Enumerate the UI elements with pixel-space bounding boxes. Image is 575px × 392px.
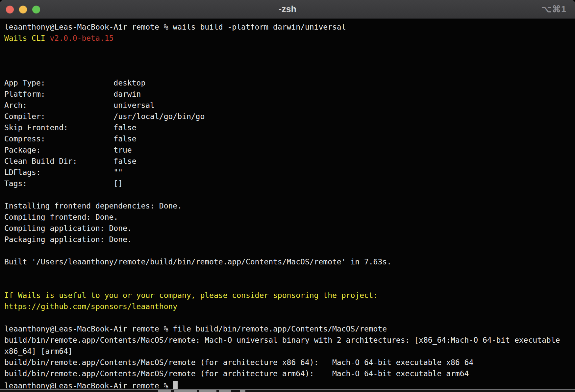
terminal-line: Compiler: /usr/local/go/bin/go <box>4 111 575 122</box>
terminal-line: Compress: false <box>4 133 575 144</box>
title-bar[interactable]: -zsh ⌥⌘1 <box>0 0 575 19</box>
zoom-button[interactable] <box>32 6 40 13</box>
cut-off-text-fragment <box>199 390 216 392</box>
window-title: -zsh <box>0 0 575 18</box>
cut-off-text-fragment <box>158 390 171 392</box>
terminal-line: Package: true <box>4 144 575 156</box>
terminal-line: App Type: desktop <box>4 77 575 88</box>
terminal-cursor <box>173 381 178 390</box>
terminal-line: Skip Frontend: false <box>4 122 575 133</box>
terminal-line <box>4 245 575 256</box>
terminal-line: Wails CLI v2.0.0-beta.15 <box>4 33 575 44</box>
terminal-line: Installing frontend dependencies: Done. <box>4 200 575 211</box>
terminal-line: LDFlags: "" <box>4 167 575 178</box>
terminal-output[interactable]: leaanthony@Leas-MacBook-Air remote % wai… <box>0 19 575 389</box>
cut-off-text-fragment <box>240 390 245 392</box>
terminal-line: build/bin/remote.app/Contents/MacOS/remo… <box>4 334 575 346</box>
keyboard-shortcut-badge: ⌥⌘1 <box>541 0 566 18</box>
close-button[interactable] <box>6 6 14 13</box>
occluded-window-sliver <box>0 390 575 392</box>
minimize-button[interactable] <box>19 6 27 13</box>
terminal-line: Arch: universal <box>4 100 575 111</box>
terminal-line: x86_64] [arm64] <box>4 346 575 357</box>
terminal-line: build/bin/remote.app/Contents/MacOS/remo… <box>4 357 575 368</box>
terminal-line: leaanthony@Leas-MacBook-Air remote % wai… <box>4 21 575 33</box>
cut-off-text-fragment <box>174 390 197 392</box>
terminal-line: Packaging application: Done. <box>4 234 575 245</box>
cut-off-text-fragment <box>219 390 231 392</box>
terminal-line <box>4 66 575 77</box>
terminal-line <box>4 267 575 279</box>
terminal-line: build/bin/remote.app/Contents/MacOS/remo… <box>4 368 575 379</box>
traffic-lights <box>6 6 40 13</box>
terminal-line <box>4 44 575 55</box>
terminal-line: Compiling frontend: Done. <box>4 211 575 223</box>
terminal-line <box>4 279 575 290</box>
terminal-line <box>4 312 575 323</box>
terminal-line: https://github.com/sponsors/leaanthony <box>4 301 575 312</box>
terminal-line <box>4 55 575 66</box>
terminal-line: Clean Build Dir: false <box>4 156 575 167</box>
terminal-line: If Wails is useful to you or your compan… <box>4 290 575 301</box>
terminal-line: leaanthony@Leas-MacBook-Air remote % <box>4 379 575 390</box>
terminal-line <box>4 189 575 200</box>
terminal-line: Built '/Users/leaanthony/remote/build/bi… <box>4 256 575 267</box>
terminal-line: Tags: [] <box>4 178 575 189</box>
terminal-line: Platform: darwin <box>4 88 575 100</box>
terminal-window: -zsh ⌥⌘1 leaanthony@Leas-MacBook-Air rem… <box>0 0 575 390</box>
terminal-line: Compiling application: Done. <box>4 223 575 234</box>
terminal-line: leaanthony@Leas-MacBook-Air remote % fil… <box>4 323 575 334</box>
